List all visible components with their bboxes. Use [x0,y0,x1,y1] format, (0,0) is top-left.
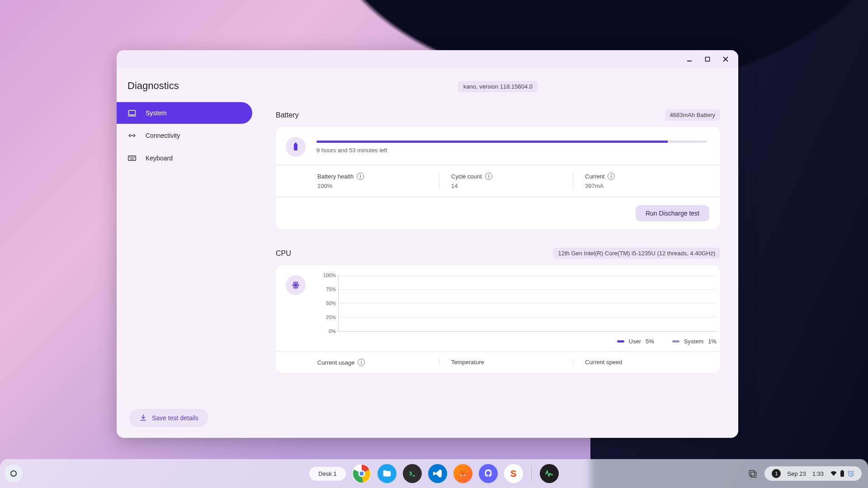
svg-rect-4 [129,110,136,115]
section-title: Battery [276,111,299,119]
nav-label: Connectivity [146,132,180,139]
sidebar: Diagnostics System Connectivity Keyboard [117,68,258,438]
connectivity-icon [127,131,137,140]
y-tick: 100% [314,272,336,278]
holding-space-button[interactable] [745,466,760,481]
svg-rect-29 [750,470,755,476]
y-tick: 0% [314,328,336,334]
svg-rect-13 [294,144,297,150]
shelf-separator [531,466,532,481]
battery-section-header: Battery 4683mAh Battery [276,109,720,121]
battery-progress [316,141,707,143]
cpu-chart: 100% 75% 50% 25% 0% [338,275,717,332]
svg-rect-14 [295,143,297,144]
save-label: Save test details [152,414,198,422]
maximize-button[interactable] [698,50,717,68]
app-terminal[interactable] [403,464,422,483]
svg-point-25 [11,471,16,476]
close-button[interactable] [717,50,735,68]
shelf-apps: Desk 1 🦊 S [309,464,558,483]
svg-point-28 [359,471,364,476]
current-label: Current i [585,173,698,180]
wifi-icon [830,470,837,477]
cpu-spec-chip: 12th Gen Intel(R) Core(TM) i5-1235U (12 … [553,248,720,259]
battery-time-left: 9 hours and 53 minutes left [316,147,707,154]
svg-rect-32 [842,470,843,471]
app-vscode[interactable] [428,464,447,483]
svg-rect-30 [751,472,756,478]
battery-icon [840,470,844,477]
titlebar [117,50,738,68]
tray-date: Sep 23 [787,470,806,477]
svg-rect-31 [840,471,844,477]
diagnostics-window: Diagnostics System Connectivity Keyboard [117,50,738,438]
app-title: Diagnostics [117,75,258,102]
info-icon[interactable]: i [485,173,492,180]
svg-point-11 [134,157,135,158]
app-chrome[interactable] [352,464,371,483]
nav-label: System [146,109,167,117]
minimize-button[interactable] [680,50,698,68]
svg-rect-6 [128,156,136,160]
run-discharge-test-button[interactable]: Run Discharge test [636,205,709,221]
cycle-count-label: Cycle count i [451,173,564,180]
cpu-section-header: CPU 12th Gen Intel(R) Core(TM) i5-1235U … [276,248,720,259]
nav-item-keyboard[interactable]: Keyboard [117,147,252,169]
current-value: 397mA [585,183,698,189]
svg-point-9 [131,157,132,158]
content-area: kano, version 118.15604.0 Battery 4683mA… [258,68,738,438]
keyboard-icon [127,154,137,163]
desk-switcher[interactable]: Desk 1 [309,467,345,481]
laptop-icon [127,108,137,117]
battery-health-label: Battery health i [317,173,430,180]
nav-item-system[interactable]: System [117,102,252,124]
info-icon[interactable]: i [357,173,364,180]
battery-card: 9 hours and 53 minutes left Battery heal… [276,127,720,230]
chip-icon [286,275,306,295]
nav-item-connectivity[interactable]: Connectivity [117,125,252,146]
battery-capacity-chip: 4683mAh Battery [665,109,720,121]
status-tray[interactable]: 1 Sep 23 1:33 [764,466,862,481]
cycle-count-value: 14 [451,183,564,189]
svg-point-10 [132,157,133,158]
launcher-button[interactable] [5,465,23,483]
y-tick: 75% [314,286,336,292]
y-tick: 50% [314,300,336,306]
app-firefox[interactable]: 🦊 [453,464,472,483]
app-files[interactable] [377,464,396,483]
shelf: Desk 1 🦊 S 1 Sep 23 1:33 [0,459,868,488]
version-chip: kano, version 118.15604.0 [458,81,538,92]
download-icon [139,413,147,423]
section-title: CPU [276,249,291,258]
app-mastodon[interactable] [479,464,498,483]
y-tick: 25% [314,314,336,320]
alarm-icon [847,470,854,477]
svg-rect-16 [295,284,297,286]
nav-label: Keyboard [146,155,173,162]
app-diagnostics-pinned[interactable] [540,464,559,483]
app-svelte[interactable]: S [504,464,523,483]
battery-health-value: 100% [317,183,430,189]
notification-badge[interactable]: 1 [772,469,781,478]
battery-icon [286,137,306,157]
save-test-details-button[interactable]: Save test details [129,409,208,427]
svg-point-8 [130,157,130,158]
tray-status-icons [830,470,854,477]
tray-time: 1:33 [812,470,824,477]
cpu-card: 100% 75% 50% 25% 0% User 5% [276,265,720,373]
svg-rect-1 [706,57,710,61]
info-icon[interactable]: i [608,173,615,180]
